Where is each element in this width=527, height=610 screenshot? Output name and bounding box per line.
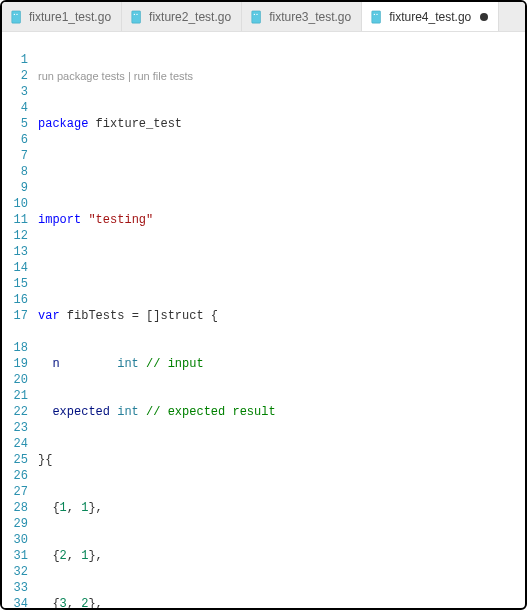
svg-point-11 xyxy=(376,13,377,14)
svg-rect-3 xyxy=(132,10,141,22)
go-file-icon xyxy=(10,10,24,24)
svg-point-8 xyxy=(256,13,257,14)
tab-fixture4[interactable]: fixture4_test.go xyxy=(362,2,499,31)
tab-label: fixture2_test.go xyxy=(149,10,231,24)
tab-bar: fixture1_test.go fixture2_test.go fixtur… xyxy=(2,2,525,32)
svg-point-2 xyxy=(16,13,17,14)
svg-rect-9 xyxy=(372,10,381,22)
code-content[interactable]: run package tests | run file tests packa… xyxy=(38,32,525,608)
tab-label: fixture3_test.go xyxy=(269,10,351,24)
go-file-icon xyxy=(250,10,264,24)
go-file-icon xyxy=(370,10,384,24)
svg-point-10 xyxy=(374,13,375,14)
line-number-gutter: 1 2 3 4 5 6 7 8 9 10 11 12 13 14 15 16 1… xyxy=(2,32,38,608)
dirty-indicator-icon xyxy=(480,13,488,21)
svg-point-1 xyxy=(14,13,15,14)
tab-label: fixture1_test.go xyxy=(29,10,111,24)
tab-fixture3[interactable]: fixture3_test.go xyxy=(242,2,362,31)
svg-point-4 xyxy=(134,13,135,14)
tab-fixture1[interactable]: fixture1_test.go xyxy=(2,2,122,31)
tab-fixture2[interactable]: fixture2_test.go xyxy=(122,2,242,31)
go-file-icon xyxy=(130,10,144,24)
code-editor[interactable]: 1 2 3 4 5 6 7 8 9 10 11 12 13 14 15 16 1… xyxy=(2,32,525,608)
tab-label: fixture4_test.go xyxy=(389,10,471,24)
svg-point-5 xyxy=(136,13,137,14)
svg-rect-6 xyxy=(252,10,261,22)
editor-window: fixture1_test.go fixture2_test.go fixtur… xyxy=(0,0,527,610)
svg-rect-0 xyxy=(12,10,21,22)
codelens-package[interactable]: run package tests | run file tests xyxy=(38,68,525,84)
svg-point-7 xyxy=(254,13,255,14)
